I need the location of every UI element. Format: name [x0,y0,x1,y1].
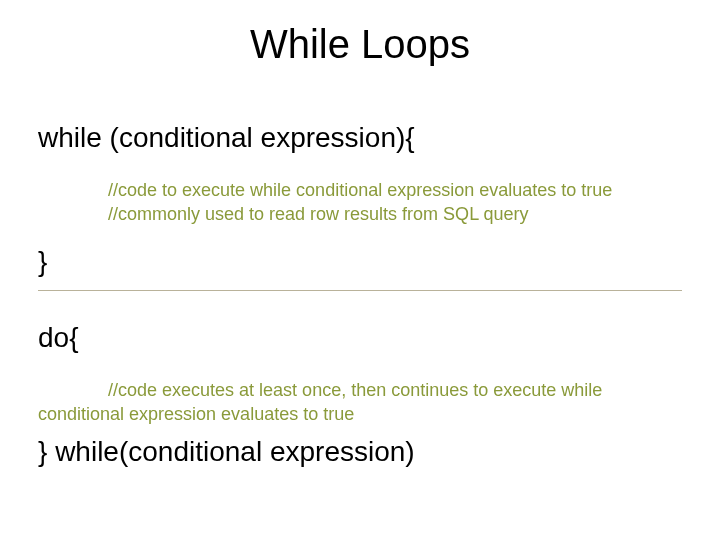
while-comment-line-2: //commonly used to read row results from… [108,202,612,226]
do-comment-block: //code executes at least once, then cont… [38,378,678,427]
while-comment-line-1: //code to execute while conditional expr… [108,178,612,202]
while-open-line: while (conditional expression){ [38,122,415,154]
do-open-line: do{ [38,322,79,354]
slide-title: While Loops [0,22,720,67]
while-close-line: } [38,246,47,278]
slide: While Loops while (conditional expressio… [0,0,720,540]
do-comment-line-2: conditional expression evaluates to true [38,404,354,424]
section-divider [38,290,682,291]
do-close-line: } while(conditional expression) [38,436,415,468]
do-comment-line-1: //code executes at least once, then cont… [108,380,602,400]
while-comment-block: //code to execute while conditional expr… [108,178,612,227]
